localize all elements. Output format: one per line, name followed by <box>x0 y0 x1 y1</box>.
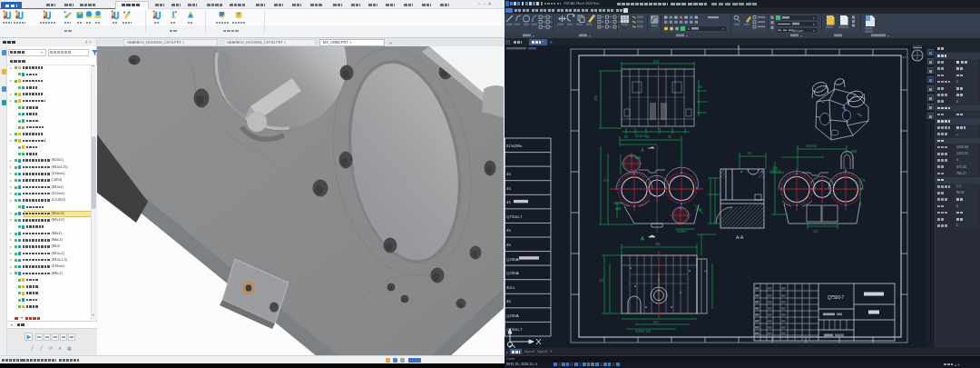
svg-text:QT500-7: QT500-7 <box>506 214 523 219</box>
svg-text:60: 60 <box>748 152 751 155</box>
svg-text:35 40 35: 35 40 35 <box>635 134 647 138</box>
svg-text:90: 90 <box>668 135 671 139</box>
svg-text:▾: ▾ <box>533 35 534 38</box>
svg-text:45: 45 <box>506 228 511 233</box>
svg-text:82: 82 <box>646 135 650 139</box>
svg-text:▾: ▾ <box>686 35 688 38</box>
svg-text:Φ140h6: Φ140h6 <box>806 144 817 148</box>
svg-text:ByLayer: ByLayer <box>792 29 804 33</box>
svg-text:40Cr: 40Cr <box>506 285 515 290</box>
svg-text:Φ62K7: Φ62K7 <box>613 202 622 205</box>
svg-text:A: A <box>641 235 644 241</box>
svg-text:90: 90 <box>624 135 628 139</box>
svg-text:245: 245 <box>599 279 604 283</box>
svg-text:Φ35H7: Φ35H7 <box>677 230 687 234</box>
svg-text:40: 40 <box>699 85 702 89</box>
svg-text:45: 45 <box>506 243 511 247</box>
svg-text:QT500-7: QT500-7 <box>828 295 845 300</box>
svg-text:45: 45 <box>506 172 511 176</box>
svg-text:Q235A: Q235A <box>506 313 519 318</box>
svg-text:M24: M24 <box>635 156 642 160</box>
svg-text:61Si2Mn: 61Si2Mn <box>506 144 523 148</box>
svg-text:◂ ▸: ◂ ▸ <box>902 55 906 59</box>
svg-text:45: 45 <box>506 186 511 191</box>
svg-text:220: 220 <box>594 95 598 101</box>
svg-text:▾: ▾ <box>722 27 724 31</box>
svg-text:▾: ▾ <box>813 29 815 33</box>
svg-text:175: 175 <box>603 179 609 183</box>
svg-text:Q235A: Q235A <box>506 257 519 262</box>
svg-text:Q235A: Q235A <box>506 271 519 275</box>
svg-text:▾: ▾ <box>813 23 815 26</box>
svg-text:▾: ▾ <box>887 35 889 38</box>
svg-text:415: 415 <box>653 60 659 64</box>
svg-text:2×45°: 2×45° <box>695 208 703 212</box>
svg-text:120: 120 <box>813 230 818 234</box>
svg-text:45: 45 <box>506 200 511 204</box>
svg-text:▾: ▾ <box>813 16 815 20</box>
svg-text:渗碳: 渗碳 <box>772 166 779 170</box>
svg-text:▾: ▾ <box>589 35 591 38</box>
svg-text:Φ25H7 156: Φ25H7 156 <box>635 330 651 333</box>
svg-text:A: A <box>641 147 644 153</box>
svg-text:95: 95 <box>862 179 866 183</box>
svg-text:312: 312 <box>653 321 659 324</box>
svg-text:A-A: A-A <box>736 234 744 240</box>
svg-text:380: 380 <box>655 243 661 246</box>
svg-text:▾: ▾ <box>800 35 802 38</box>
svg-text:85: 85 <box>704 270 708 274</box>
svg-text:0: 0 <box>688 27 690 31</box>
svg-text:45: 45 <box>506 299 511 303</box>
svg-text:M36: M36 <box>851 150 858 154</box>
svg-text:精铰: 精铰 <box>615 206 622 211</box>
